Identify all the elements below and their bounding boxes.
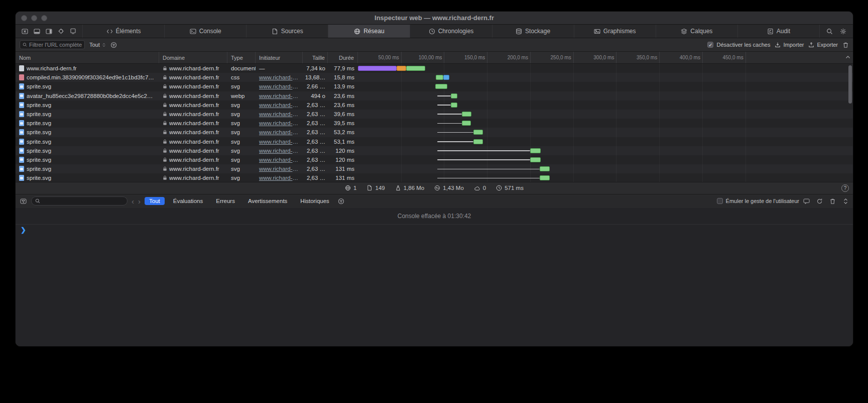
column-header-domain[interactable]: Domaine bbox=[159, 52, 227, 63]
search-next-icon[interactable]: › bbox=[138, 197, 141, 205]
table-row[interactable]: sprite.svgwww.richard-dern.frsvgwww.rich… bbox=[16, 155, 853, 164]
filter-options-icon[interactable] bbox=[110, 42, 117, 48]
column-header-initiator[interactable]: Initiateur bbox=[256, 52, 303, 63]
dock-bottom-icon[interactable] bbox=[34, 29, 40, 34]
request-domain: www.richard-dern.fr bbox=[169, 175, 219, 181]
request-type: svg bbox=[227, 100, 256, 110]
url-filter-input[interactable]: Filtrer l'URL complète bbox=[20, 40, 85, 49]
request-domain: www.richard-dern.fr bbox=[169, 157, 219, 163]
table-row[interactable]: sprite.svgwww.richard-dern.frsvgwww.rich… bbox=[16, 110, 853, 119]
vertical-scrollbar[interactable] bbox=[848, 65, 852, 104]
initiator-link[interactable]: www.richard-d… bbox=[259, 74, 299, 80]
emulate-user-gesture-checkbox[interactable]: ✓ bbox=[717, 198, 723, 204]
table-row[interactable]: avatar_hu85ecc3e298728880b0bde2dcc4e5c23… bbox=[16, 91, 853, 100]
waterfall-cell bbox=[358, 82, 853, 91]
tab-graphics[interactable]: Graphismes bbox=[574, 25, 656, 38]
request-name: www.richard-dern.fr bbox=[27, 65, 77, 71]
tab-network[interactable]: Réseau bbox=[328, 25, 410, 38]
timeline-tick-label: 50,00 ms bbox=[360, 55, 399, 60]
initiator-link[interactable]: www.richard-d… bbox=[259, 83, 299, 89]
dock-side-icon[interactable] bbox=[46, 29, 52, 34]
initiator-link[interactable]: www.richard-d… bbox=[259, 157, 299, 163]
column-header-type[interactable]: Type bbox=[227, 52, 256, 63]
request-size: 2,63 … bbox=[303, 100, 328, 110]
console-tab-warnings[interactable]: Avertissements bbox=[243, 197, 292, 205]
tab-storage[interactable]: Stockage bbox=[492, 25, 574, 38]
table-row[interactable]: sprite.svgwww.richard-dern.frsvgwww.rich… bbox=[16, 146, 853, 155]
column-header-duration[interactable]: Durée bbox=[328, 52, 358, 63]
initiator-link[interactable]: www.richard-d… bbox=[259, 148, 299, 154]
table-row[interactable]: sprite.svgwww.richard-dern.frsvgwww.rich… bbox=[16, 164, 853, 173]
clear-console-trash-icon[interactable] bbox=[829, 198, 836, 205]
tab-elements[interactable]: Éléments bbox=[83, 25, 165, 38]
initiator-link[interactable]: www.richard-d… bbox=[259, 139, 299, 145]
request-duration: 53,2 ms bbox=[328, 128, 358, 137]
close-inspector-icon[interactable] bbox=[22, 29, 28, 34]
tab-label: Chronologies bbox=[438, 28, 474, 35]
table-row[interactable]: sprite.svgwww.richard-dern.frsvgwww.rich… bbox=[16, 173, 853, 181]
waterfall-segment-green bbox=[540, 175, 550, 180]
console-search-input[interactable] bbox=[31, 196, 128, 206]
table-row[interactable]: sprite.svgwww.richard-dern.frsvgwww.rich… bbox=[16, 137, 853, 146]
clear-network-trash-icon[interactable] bbox=[842, 42, 849, 48]
search-icon[interactable] bbox=[826, 28, 833, 35]
request-initiator-cell: www.richard-d… bbox=[256, 164, 303, 173]
table-row[interactable]: sprite.svgwww.richard-dern.frsvgwww.rich… bbox=[16, 82, 853, 91]
console-messages-icon[interactable] bbox=[803, 198, 810, 205]
element-picker-icon[interactable] bbox=[58, 28, 64, 34]
waterfall-cell bbox=[358, 64, 853, 73]
initiator-link[interactable]: www.richard-d… bbox=[259, 93, 299, 99]
table-row[interactable]: compiled.min.38390909f303624ed9e1c1bd3fc… bbox=[16, 73, 853, 82]
console-scope-icon[interactable] bbox=[20, 198, 27, 205]
initiator-link[interactable]: www.richard-d… bbox=[259, 102, 299, 108]
request-name-cell: sprite.svg bbox=[16, 119, 159, 128]
table-row[interactable]: sprite.svgwww.richard-dern.frsvgwww.rich… bbox=[16, 100, 853, 110]
request-domain-cell: www.richard-dern.fr bbox=[159, 100, 227, 110]
emulate-user-gesture-control[interactable]: ✓ Émuler le geste de l'utilisateur bbox=[717, 198, 799, 204]
minimize-button[interactable] bbox=[31, 15, 37, 21]
initiator-link[interactable]: www.richard-d… bbox=[259, 120, 299, 126]
expand-collapse-console-icon[interactable] bbox=[842, 198, 849, 205]
tab-label: Audit bbox=[777, 28, 790, 35]
initiator-link[interactable]: www.richard-d… bbox=[259, 129, 299, 135]
network-rows-viewport: www.richard-dern.frwww.richard-dern.frdo… bbox=[16, 64, 853, 182]
waterfall-cell bbox=[358, 173, 853, 181]
search-previous-icon[interactable]: ‹ bbox=[132, 197, 134, 205]
scroll-top-chevron-icon[interactable] bbox=[845, 55, 850, 59]
export-button[interactable]: Exporter bbox=[808, 42, 838, 48]
tab-audit[interactable]: Audit bbox=[738, 25, 820, 38]
request-domain-cell: www.richard-dern.fr bbox=[159, 137, 227, 146]
initiator-link[interactable]: www.richard-d… bbox=[259, 166, 299, 172]
column-header-size[interactable]: Taille bbox=[303, 52, 328, 63]
console-tab-all[interactable]: Tout bbox=[145, 197, 165, 205]
tab-timelines[interactable]: Chronologies bbox=[410, 25, 492, 38]
console-filter-options-icon[interactable] bbox=[338, 198, 344, 205]
console-tab-logs[interactable]: Historiques bbox=[296, 197, 334, 205]
waterfall-segment-green bbox=[473, 139, 483, 144]
console-tab-errors[interactable]: Erreurs bbox=[211, 197, 239, 205]
device-icon[interactable] bbox=[70, 28, 76, 34]
waterfall-segment-green bbox=[473, 130, 483, 135]
settings-gear-icon[interactable] bbox=[840, 28, 846, 35]
disable-caches-control[interactable]: ✓ Désactiver les caches bbox=[707, 42, 770, 48]
help-button[interactable]: ? bbox=[841, 184, 849, 192]
table-row[interactable]: sprite.svgwww.richard-dern.frsvgwww.rich… bbox=[16, 128, 853, 137]
tab-sources[interactable]: Sources bbox=[246, 25, 328, 38]
resource-type-dropdown[interactable]: Tout bbox=[89, 42, 106, 48]
zoom-button[interactable] bbox=[41, 15, 47, 21]
column-header-name[interactable]: Nom bbox=[16, 52, 159, 63]
console-prompt-row[interactable]: ❯ bbox=[16, 225, 853, 347]
request-domain: www.richard-dern.fr bbox=[169, 65, 219, 71]
initiator-link[interactable]: www.richard-d… bbox=[259, 175, 299, 181]
timeline-tick-label: 400,0 ms bbox=[661, 55, 700, 60]
tab-layers[interactable]: Calques bbox=[656, 25, 738, 38]
reload-icon[interactable] bbox=[816, 198, 823, 205]
import-button[interactable]: Importer bbox=[775, 42, 804, 48]
table-row[interactable]: www.richard-dern.frwww.richard-dern.frdo… bbox=[16, 64, 853, 73]
initiator-link[interactable]: www.richard-d… bbox=[259, 111, 299, 117]
tab-console[interactable]: Console bbox=[165, 25, 246, 38]
close-button[interactable] bbox=[21, 15, 27, 21]
console-tab-evaluations[interactable]: Évaluations bbox=[169, 197, 207, 205]
table-row[interactable]: sprite.svgwww.richard-dern.frsvgwww.rich… bbox=[16, 119, 853, 128]
disable-caches-checkbox[interactable]: ✓ bbox=[707, 42, 713, 48]
